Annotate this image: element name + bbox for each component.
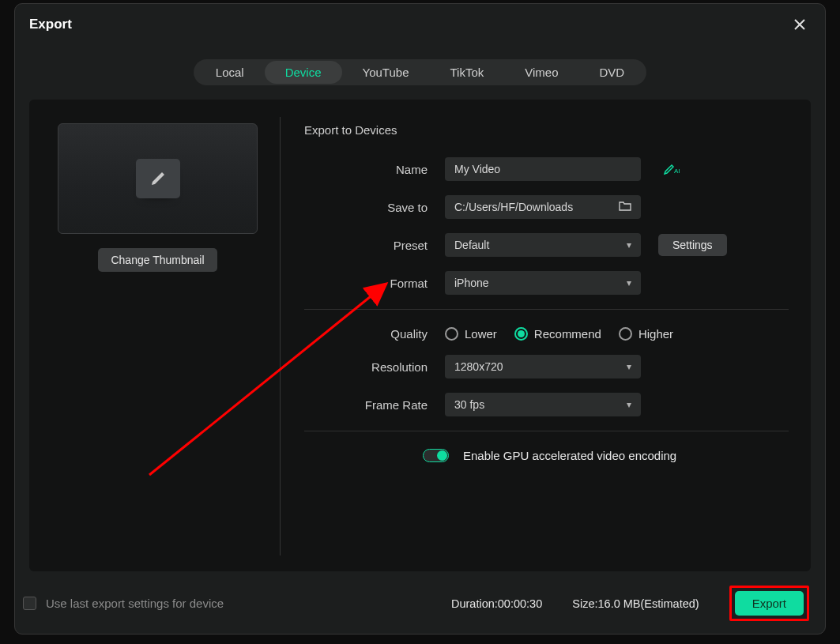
resolution-value: 1280x720 xyxy=(454,360,503,373)
form-panel: Export to Devices Name AI Save to C:/Use… xyxy=(281,123,789,555)
preset-select[interactable]: Default ▾ xyxy=(445,233,641,257)
last-settings-checkbox[interactable] xyxy=(23,597,36,610)
tabs-container: Local Device YouTube TikTok Vimeo DVD xyxy=(15,40,825,100)
export-highlight: Export xyxy=(729,586,809,621)
change-thumbnail-button[interactable]: Change Thumbnail xyxy=(98,248,217,272)
format-label: Format xyxy=(304,277,445,290)
tab-device[interactable]: Device xyxy=(265,61,342,84)
edit-icon xyxy=(136,159,180,198)
tab-youtube[interactable]: YouTube xyxy=(342,61,430,84)
radio-icon xyxy=(445,327,458,341)
tab-dvd[interactable]: DVD xyxy=(579,61,646,84)
save-to-label: Save to xyxy=(304,201,445,214)
chevron-down-icon: ▾ xyxy=(627,239,631,250)
save-to-value: C:/Users/HF/Downloads xyxy=(454,201,573,213)
thumbnail-preview xyxy=(58,123,258,234)
close-icon[interactable] xyxy=(790,15,809,34)
quality-radio-group: Lower Recommend Higher xyxy=(445,327,673,341)
tab-local[interactable]: Local xyxy=(195,61,265,84)
gpu-label: Enable GPU accelerated video encoding xyxy=(463,449,676,462)
export-dialog: Export Local Device YouTube TikTok Vimeo… xyxy=(14,3,826,635)
svg-text:AI: AI xyxy=(674,168,680,175)
framerate-select[interactable]: 30 fps ▾ xyxy=(445,393,641,416)
chevron-down-icon: ▾ xyxy=(627,399,631,410)
export-button[interactable]: Export xyxy=(735,591,804,616)
dialog-header: Export xyxy=(15,4,825,40)
section-title: Export to Devices xyxy=(304,123,789,137)
quality-lower[interactable]: Lower xyxy=(445,327,497,341)
divider xyxy=(304,309,789,310)
preset-value: Default xyxy=(454,239,489,251)
preset-label: Preset xyxy=(304,239,445,252)
dialog-title: Export xyxy=(29,17,72,32)
quality-label: Quality xyxy=(304,327,445,341)
resolution-label: Resolution xyxy=(304,360,445,374)
last-settings-label: Use last export settings for device xyxy=(46,597,451,610)
framerate-value: 30 fps xyxy=(454,398,484,411)
dialog-footer: Use last export settings for device Dura… xyxy=(15,571,825,634)
content-area: Change Thumbnail Export to Devices Name … xyxy=(29,100,811,571)
format-value: iPhone xyxy=(454,277,489,289)
export-tabs: Local Device YouTube TikTok Vimeo DVD xyxy=(194,59,646,85)
radio-icon xyxy=(619,327,632,341)
folder-icon[interactable] xyxy=(619,201,631,214)
framerate-label: Frame Rate xyxy=(304,398,445,412)
quality-recommend[interactable]: Recommend xyxy=(514,327,601,341)
tab-tiktok[interactable]: TikTok xyxy=(429,61,504,84)
gpu-toggle[interactable] xyxy=(423,449,449,462)
duration-text: Duration:00:00:30 xyxy=(451,597,542,610)
toggle-knob xyxy=(437,450,447,461)
name-input[interactable] xyxy=(445,157,641,181)
ai-edit-icon[interactable]: AI xyxy=(663,163,680,175)
tab-vimeo[interactable]: Vimeo xyxy=(504,61,578,84)
quality-higher[interactable]: Higher xyxy=(619,327,673,341)
thumbnail-panel: Change Thumbnail xyxy=(51,117,281,555)
save-to-input[interactable]: C:/Users/HF/Downloads xyxy=(445,195,641,219)
name-label: Name xyxy=(304,163,445,176)
format-select[interactable]: iPhone ▾ xyxy=(445,271,641,295)
divider xyxy=(304,431,789,431)
resolution-select[interactable]: 1280x720 ▾ xyxy=(445,355,641,378)
chevron-down-icon: ▾ xyxy=(627,277,631,288)
size-text: Size:16.0 MB(Estimated) xyxy=(572,597,699,610)
chevron-down-icon: ▾ xyxy=(627,361,631,372)
settings-button[interactable]: Settings xyxy=(658,234,727,256)
radio-icon xyxy=(514,327,528,341)
